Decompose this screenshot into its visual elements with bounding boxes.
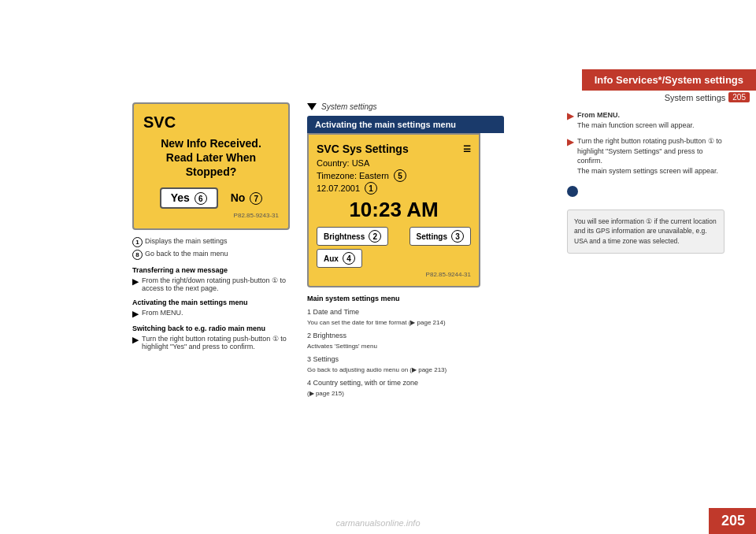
svc-title: SVC [143,113,279,132]
sub-header-badge: 205 [728,92,750,102]
no-label-area: No 7 [231,191,263,206]
right-arrow-2: ▶ Turn the right button rotating push-bu… [567,136,724,176]
settings-btn[interactable]: Settings 3 [410,227,471,246]
sub-header-text: System settings [665,93,726,102]
date-circle: 1 [365,182,377,195]
right-arrow-1-sym: ▶ [567,110,573,122]
blue-circle-separator [567,186,578,197]
settings-circle: 3 [451,230,464,243]
right-column: ▶ From MENU. The main function screen wi… [567,110,724,254]
circle-1-text: Displays the main settings [145,236,228,247]
left-screen-code: P82.85-9243-31 [143,212,279,219]
page-header-bar: Info Services*/System settings [582,69,756,91]
right-arrow-2-sym: ▶ [567,136,573,148]
activating-text: From MENU. [142,309,183,317]
right-arrow-1-sub: The main function screen will appear. [577,121,695,129]
svc-message: New Info Received.Read Later When Stoppe… [143,136,279,180]
circle-8-text: Go back to the main menu [145,249,228,260]
yes-circle-num: 6 [195,192,207,205]
sys-bottom-buttons: Brightness 2 Settings 3 [317,227,471,246]
sys-screen-title-text: SVC Sys Settings [317,143,409,155]
aux-btn[interactable]: Aux 4 [317,249,362,268]
middle-screen-code: P82.85-9244-31 [317,271,471,278]
item-1-num: 1 [307,308,311,316]
circle-8: 8 [132,250,143,260]
item-2-num: 2 [307,332,311,339]
page-number: 205 [709,508,756,534]
item-3-text: SettingsGo back to adjusting audio menu … [307,355,447,374]
triangle-icon [307,103,317,110]
right-arrow-1: ▶ From MENU. The main function screen wi… [567,110,724,130]
activating-arrow-item: ▶ From MENU. [132,309,298,318]
middle-column: System settings Activating the main sett… [307,102,504,402]
svc-notification-screen: SVC New Info Received.Read Later When St… [132,102,290,230]
note-box: You will see information ① if the curren… [567,210,724,254]
sys-settings-screen: SVC Sys Settings ☰ Country: USA Timezone… [307,133,480,287]
circle-1: 1 [132,237,143,247]
left-legend: 1 Displays the main settings 8 Go back t… [132,236,290,260]
no-circle-num: 7 [250,192,262,205]
transfer-arrow-item: ▶ From the right/down rotating push-butt… [132,276,298,292]
transfer-section-title: Transferring a new message [132,266,298,274]
item-3-num: 3 [307,355,311,363]
sys-timezone: Timezone: Eastern 5 [317,169,471,182]
switching-arrow-item: ▶ Turn the right button rotating push-bu… [132,335,298,350]
watermark: carmanualsonline.info [335,518,420,528]
right-arrow-2-sub: The main system settings screen will app… [577,167,718,175]
brightness-circle: 2 [369,230,381,243]
main-settings-items: 1 Date and TimeYou can set the date for … [307,307,480,399]
main-settings-list: Main system settings menu 1 Date and Tim… [307,294,480,399]
aux-circle: 4 [343,252,355,265]
sub-header: System settings 205 [658,91,756,104]
section-label: System settings [321,102,377,111]
sys-icon: ☰ [463,144,471,154]
right-arrow-1-text: From MENU. [577,111,620,119]
switching-text: Turn the right button rotating push-butt… [142,335,298,350]
timezone-circle: 5 [394,169,406,182]
brightness-btn[interactable]: Brightness 2 [317,227,388,246]
section-header: System settings [307,102,504,111]
main-settings-list-title: Main system settings menu [307,294,480,305]
sys-time: 10:23 AM [317,198,471,222]
activating-section-title: Activating the main settings menu [132,299,298,306]
activation-header-box: Activating the main settings menu [307,116,504,133]
sys-country: Country: USA [317,158,471,168]
item-1-text: Date and TimeYou can set the date for ti… [307,308,446,327]
sys-date-row: 12.07.2001 1 [317,182,471,195]
transfer-text: From the right/down rotating push-button… [142,276,298,292]
right-arrow-2-text: Turn the right button rotating push-butt… [577,137,722,165]
item-2-text: BrightnessActivates 'Settings' menu [307,332,377,350]
yes-label: Yes [171,191,190,204]
switching-section-title: Switching back to e.g. radio main menu [132,324,298,332]
left-column: SVC New Info Received.Read Later When St… [132,102,298,354]
item-4-text: Country setting, with or time zone(▶ pag… [307,379,418,398]
item-4-num: 4 [307,379,311,387]
yes-button[interactable]: Yes 6 [160,187,218,210]
